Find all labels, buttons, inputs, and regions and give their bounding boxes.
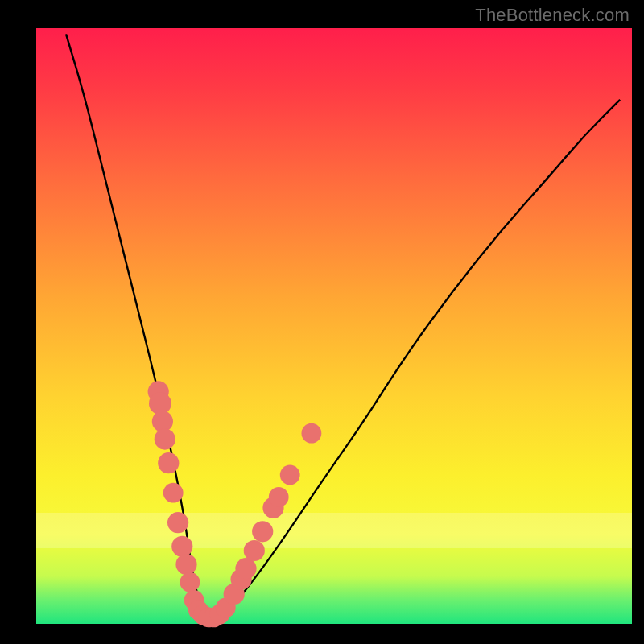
marker-group [148,381,322,627]
marker-dot [180,572,200,592]
marker-dot [280,465,300,485]
marker-dot [175,554,196,575]
marker-dot [244,540,265,561]
marker-dot [302,423,322,444]
marker-dot [269,487,289,507]
marker-dot [152,411,173,431]
chart-frame: TheBottleneck.com [0,0,644,644]
marker-dot [252,521,273,542]
v-curve-path [66,34,620,616]
marker-dot [163,483,184,503]
marker-dot [171,536,192,557]
marker-dot [167,512,188,533]
marker-dot [155,429,175,450]
marker-dot [158,452,179,473]
watermark-text: TheBottleneck.com [475,5,630,26]
plot-area [36,28,632,624]
chart-svg [36,28,632,624]
